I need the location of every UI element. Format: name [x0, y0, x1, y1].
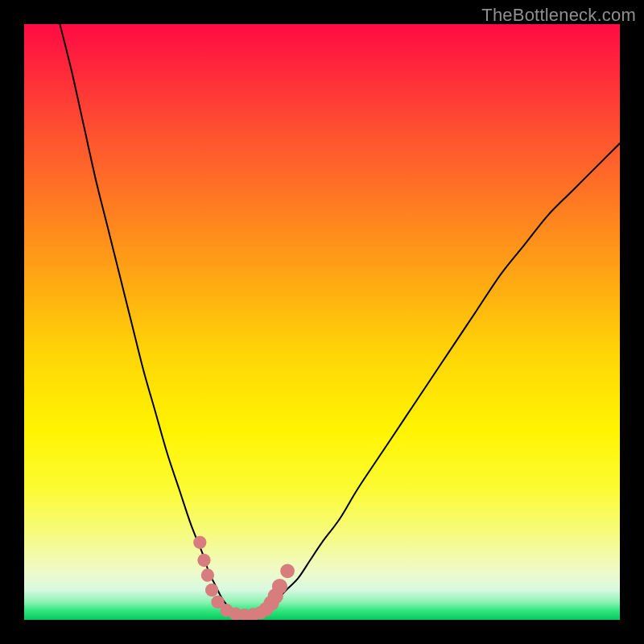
- plot-area: [24, 24, 620, 620]
- chart-svg: [24, 24, 620, 620]
- chart-frame: TheBottleneck.com: [0, 0, 644, 644]
- data-marker: [272, 579, 287, 594]
- data-marker: [197, 554, 210, 567]
- marker-layer: [193, 536, 295, 620]
- curve-layer: [60, 24, 620, 615]
- data-marker: [280, 564, 295, 578]
- watermark-text: TheBottleneck.com: [481, 5, 636, 26]
- data-marker: [205, 584, 218, 597]
- bottleneck-curve: [60, 24, 620, 615]
- data-marker: [193, 536, 206, 549]
- data-marker: [201, 568, 214, 581]
